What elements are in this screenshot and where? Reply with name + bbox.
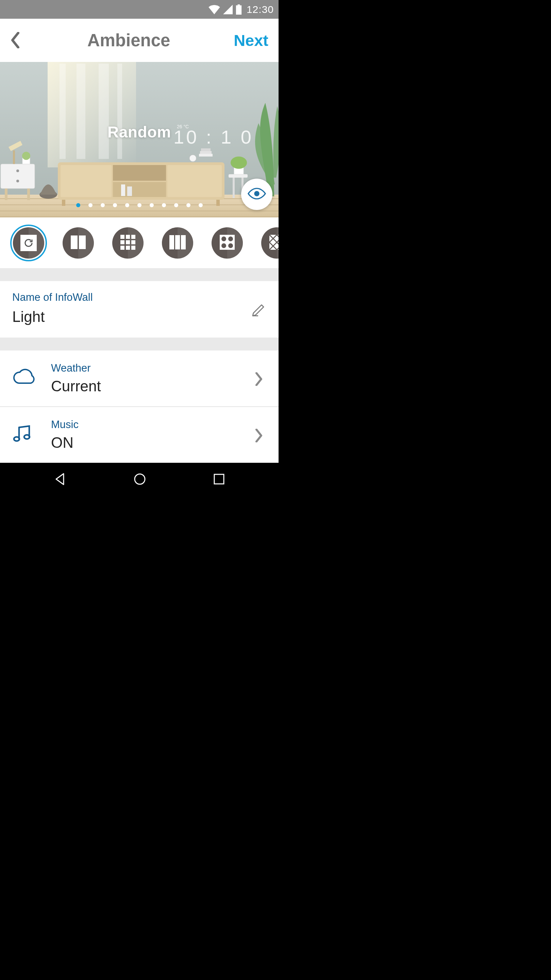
svg-point-42 [230, 156, 247, 169]
svg-rect-74 [214, 474, 224, 484]
svg-rect-55 [169, 235, 174, 250]
svg-rect-56 [175, 235, 180, 250]
svg-rect-52 [121, 246, 124, 250]
setting-label: Music [51, 418, 254, 431]
section-divider [0, 337, 279, 350]
svg-rect-58 [220, 235, 235, 250]
setting-music[interactable]: Music ON [0, 406, 279, 463]
edit-icon [250, 300, 266, 317]
carousel-dot[interactable] [125, 203, 129, 207]
template-pattern[interactable] [211, 227, 243, 259]
wifi-icon [208, 5, 220, 14]
svg-rect-48 [131, 235, 135, 239]
android-status-bar: 12:30 [0, 0, 279, 19]
svg-rect-54 [131, 246, 135, 250]
svg-point-60 [228, 237, 233, 241]
svg-point-43 [254, 191, 259, 196]
svg-rect-47 [126, 235, 130, 239]
svg-rect-38 [229, 174, 248, 178]
music-icon [12, 423, 35, 447]
pattern-circles-icon [219, 234, 235, 252]
page-title: Ambience [24, 30, 233, 50]
svg-point-62 [228, 243, 233, 248]
next-button[interactable]: Next [233, 31, 268, 50]
svg-rect-16 [5, 189, 8, 200]
infowall-name-value: Light [12, 308, 93, 325]
app-header: Ambience Next [0, 19, 279, 62]
svg-rect-44 [71, 235, 78, 249]
svg-point-15 [16, 180, 19, 182]
svg-rect-35 [200, 151, 211, 154]
nav-back-button[interactable] [53, 472, 67, 486]
svg-text:10 : 1 0: 10 : 1 0 [173, 126, 253, 148]
svg-rect-39 [233, 178, 235, 198]
eye-icon [248, 188, 266, 201]
svg-rect-51 [131, 240, 135, 244]
carousel-dot[interactable] [76, 203, 80, 207]
carousel-dot[interactable] [174, 203, 178, 207]
svg-rect-13 [1, 164, 35, 189]
cell-signal-icon [223, 5, 233, 14]
template-diamond[interactable] [261, 227, 279, 259]
status-time: 12:30 [246, 4, 274, 15]
template-grid-9[interactable] [112, 227, 143, 259]
infowall-name-row[interactable]: Name of InfoWall Light [0, 281, 279, 337]
svg-rect-26 [113, 165, 166, 181]
chevron-right-icon [254, 372, 266, 385]
carousel-dots [0, 203, 279, 207]
svg-point-14 [16, 169, 19, 172]
svg-rect-36 [201, 148, 211, 151]
svg-rect-25 [167, 165, 222, 197]
svg-point-61 [221, 243, 226, 248]
nav-home-button[interactable] [133, 472, 147, 486]
nav-recents-button[interactable] [213, 473, 225, 485]
svg-rect-1 [238, 5, 240, 6]
svg-rect-45 [79, 235, 86, 249]
carousel-dot[interactable] [186, 203, 191, 207]
cloud-icon [12, 367, 35, 390]
columns-2-icon [70, 234, 86, 252]
svg-rect-49 [121, 240, 124, 244]
svg-rect-17 [27, 189, 30, 200]
svg-rect-27 [113, 182, 166, 197]
battery-icon [236, 5, 242, 14]
columns-3-icon [169, 234, 186, 251]
svg-rect-34 [199, 154, 213, 156]
carousel-dot[interactable] [113, 203, 117, 207]
carousel-dot[interactable] [137, 203, 141, 207]
template-random[interactable] [13, 227, 44, 259]
svg-rect-46 [121, 235, 124, 239]
svg-point-59 [221, 237, 226, 241]
svg-rect-29 [127, 186, 132, 196]
carousel-dot[interactable] [198, 203, 203, 207]
svg-point-73 [135, 474, 145, 484]
setting-value: Current [51, 378, 254, 395]
svg-rect-4 [60, 64, 66, 159]
back-button[interactable] [7, 32, 24, 49]
svg-rect-24 [60, 165, 111, 197]
refresh-icon [21, 235, 37, 251]
carousel-dot[interactable] [150, 203, 154, 207]
svg-rect-6 [98, 64, 109, 159]
svg-rect-50 [126, 240, 130, 244]
svg-rect-18 [13, 150, 15, 164]
svg-rect-57 [181, 235, 186, 250]
svg-rect-53 [126, 246, 130, 250]
carousel-dot[interactable] [101, 203, 105, 207]
setting-label: Weather [51, 362, 254, 374]
infowall-name-label: Name of InfoWall [12, 291, 93, 304]
grid-3x3-icon [120, 234, 136, 251]
svg-rect-28 [121, 185, 125, 196]
svg-rect-5 [76, 64, 86, 159]
carousel-dot[interactable] [89, 203, 92, 207]
template-split-3[interactable] [162, 227, 193, 259]
carousel-dot[interactable] [162, 203, 166, 207]
setting-weather[interactable]: Weather Current [0, 350, 279, 406]
svg-rect-7 [118, 64, 122, 159]
pattern-diamond-icon [269, 234, 279, 252]
hero-carousel[interactable]: 26 °C 10 : 1 0 [0, 62, 279, 218]
hero-label: Random [108, 123, 171, 141]
android-nav-bar [0, 463, 279, 495]
template-split-2[interactable] [63, 227, 94, 259]
template-picker[interactable] [0, 218, 279, 268]
